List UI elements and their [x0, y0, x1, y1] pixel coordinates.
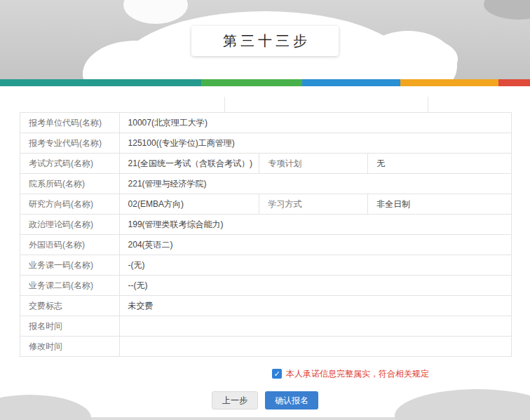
- row-label: 报名时间: [20, 316, 120, 337]
- step-title: 第三十三步: [219, 32, 311, 50]
- table-row: 考试方式码(名称)21(全国统一考试（含联合考试）)专项计划无: [20, 154, 512, 174]
- table-row: 外国语码(名称)204(英语二): [20, 235, 512, 255]
- stripe-segment: [0, 79, 201, 86]
- ghost-column-divider: [224, 97, 225, 112]
- row-value-secondary: 非全日制: [368, 194, 512, 215]
- row-value: 未交费: [119, 296, 511, 316]
- row-value: --(无): [119, 276, 511, 296]
- row-label-secondary: 专项计划: [259, 154, 368, 174]
- row-label: 业务课一码(名称): [20, 255, 120, 276]
- row-value: 21(全国统一考试（含联合考试）): [119, 154, 259, 174]
- registration-info-table: 报考单位代码(名称)10007(北京理工大学)报考专业代码(名称)125100(…: [20, 112, 512, 357]
- table-top-ghost-row: [20, 97, 512, 112]
- row-label: 研究方向码(名称): [20, 194, 120, 215]
- row-value: -(无): [119, 255, 511, 276]
- row-label: 交费标志: [20, 296, 120, 316]
- cloud-icon: [484, 0, 530, 20]
- table-row: 交费标志未交费: [20, 296, 512, 316]
- agreement-checkbox[interactable]: ✓: [272, 369, 282, 379]
- row-value: [119, 316, 511, 337]
- table-row: 报考单位代码(名称)10007(北京理工大学): [20, 113, 512, 133]
- previous-step-button[interactable]: 上一步: [212, 391, 258, 409]
- table-row: 院系所码(名称)221(管理与经济学院): [20, 174, 512, 194]
- stripe-segment: [302, 79, 400, 86]
- agreement-row: ✓ 本人承诺信息完整属实，符合相关规定: [0, 368, 530, 379]
- row-value-secondary: 无: [368, 154, 512, 174]
- row-label: 政治理论码(名称): [20, 215, 120, 235]
- row-label: 外国语码(名称): [20, 235, 120, 255]
- main-content: 报考单位代码(名称)10007(北京理工大学)报考专业代码(名称)125100(…: [0, 86, 530, 409]
- row-label: 报考专业代码(名称): [20, 133, 120, 154]
- row-value: 199(管理类联考综合能力): [119, 215, 511, 235]
- stripe-segment: [201, 79, 302, 86]
- table-row: 修改时间: [20, 337, 512, 357]
- row-value: [119, 337, 511, 357]
- row-value: 02(EMBA方向): [119, 194, 259, 215]
- row-label: 报考单位代码(名称): [20, 113, 120, 133]
- row-label: 考试方式码(名称): [20, 154, 120, 174]
- table-row: 政治理论码(名称)199(管理类联考综合能力): [20, 215, 512, 235]
- info-table-body: 报考单位代码(名称)10007(北京理工大学)报考专业代码(名称)125100(…: [20, 113, 512, 357]
- row-value: 221(管理与经济学院): [119, 174, 511, 194]
- confirm-registration-button[interactable]: 确认报名: [265, 391, 318, 409]
- row-label: 修改时间: [20, 337, 120, 357]
- color-stripe: [0, 79, 530, 86]
- stripe-segment: [400, 79, 498, 86]
- cloud-icon: [123, 0, 188, 24]
- agreement-text: 本人承诺信息完整属实，符合相关规定: [286, 368, 429, 380]
- stripe-segment: [498, 79, 530, 86]
- table-row: 业务课一码(名称)-(无): [20, 255, 512, 276]
- step-banner: 第三十三步: [0, 0, 530, 79]
- ghost-column-divider: [428, 97, 428, 112]
- table-row: 报考专业代码(名称)125100((专业学位)工商管理): [20, 133, 512, 154]
- cloud-icon: [382, 38, 458, 79]
- table-row: 报名时间: [20, 316, 512, 337]
- row-label: 业务课二码(名称): [20, 276, 120, 296]
- row-value: 204(英语二): [119, 235, 511, 255]
- row-value: 10007(北京理工大学): [119, 113, 511, 133]
- row-value: 125100((专业学位)工商管理): [119, 133, 511, 154]
- row-label-secondary: 学习方式: [259, 194, 368, 215]
- table-row: 研究方向码(名称)02(EMBA方向)学习方式非全日制: [20, 194, 512, 215]
- table-row: 业务课二码(名称)--(无): [20, 276, 512, 296]
- step-title-box: 第三十三步: [191, 26, 339, 56]
- row-label: 院系所码(名称): [20, 174, 120, 194]
